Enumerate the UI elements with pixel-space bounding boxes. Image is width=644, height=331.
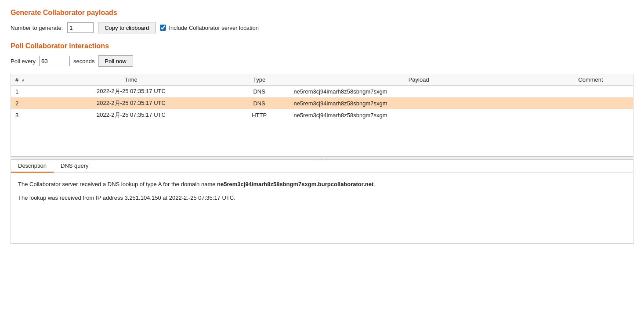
interactions-table: # ∧ Time Type Payload Comment 1 2022-2月-…	[11, 74, 633, 121]
tab-content-description: The Collaborator server received a DNS l…	[11, 173, 633, 243]
col-header-type[interactable]: Type	[229, 74, 289, 86]
tab-description[interactable]: Description	[11, 160, 54, 173]
col-header-payload[interactable]: Payload	[289, 74, 548, 86]
table-row[interactable]: 2 2022-2月-25 07:35:17 UTC DNS ne5rem3cj9…	[11, 97, 633, 109]
description-post: .	[373, 181, 375, 187]
table-row[interactable]: 3 2022-2月-25 07:35:17 UTC HTTP ne5rem3cj…	[11, 109, 633, 121]
table-row[interactable]: 1 2022-2月-25 07:35:17 UTC DNS ne5rem3cj9…	[11, 86, 633, 97]
cell-num: 1	[11, 86, 33, 97]
cell-payload: ne5rem3cj94imarh8z58sbngm7sxgm	[289, 97, 548, 109]
poll-section: Poll Collaborator interactions Poll ever…	[11, 42, 633, 67]
description-line2: The lookup was received from IP address …	[18, 194, 626, 203]
col-header-comment[interactable]: Comment	[548, 74, 633, 86]
generate-section: Generate Collaborator payloads Number to…	[11, 9, 633, 33]
poll-now-button[interactable]: Poll now	[98, 55, 133, 67]
cell-payload: ne5rem3cj94imarh8z58sbngm7sxgm	[289, 109, 548, 121]
cell-time: 2022-2月-25 07:35:17 UTC	[33, 97, 229, 109]
cell-num: 3	[11, 109, 33, 121]
include-location-checkbox[interactable]	[160, 25, 166, 31]
include-location-label: Include Collaborator server location	[169, 25, 259, 31]
tab-dns-query[interactable]: DNS query	[54, 160, 96, 173]
description-bold: ne5rem3cj94imarh8z58sbngm7sxgm.burpcolla…	[217, 181, 373, 187]
cell-type: HTTP	[229, 109, 289, 121]
cell-time: 2022-2月-25 07:35:17 UTC	[33, 86, 229, 97]
cell-comment	[548, 86, 633, 97]
number-label: Number to generate:	[11, 25, 63, 31]
interactions-table-wrapper: # ∧ Time Type Payload Comment 1 2022-2月-…	[11, 74, 633, 156]
poll-title: Poll Collaborator interactions	[11, 42, 633, 50]
poll-interval-input[interactable]	[39, 56, 70, 66]
col-header-num[interactable]: # ∧	[11, 74, 33, 86]
col-header-time[interactable]: Time	[33, 74, 229, 86]
cell-payload: ne5rem3cj94imarh8z58sbngm7sxgm	[289, 86, 548, 97]
cell-comment	[548, 109, 633, 121]
bottom-panel: Description DNS query The Collaborator s…	[11, 160, 633, 244]
poll-every-label: Poll every	[11, 58, 36, 65]
description-line1: The Collaborator server received a DNS l…	[18, 180, 626, 189]
poll-seconds-label: seconds	[73, 58, 94, 65]
include-location-row: Include Collaborator server location	[160, 25, 259, 31]
copy-clipboard-button[interactable]: Copy to clipboard	[98, 22, 156, 33]
cell-type: DNS	[229, 86, 289, 97]
cell-type: DNS	[229, 97, 289, 109]
tabs-row: Description DNS query	[11, 160, 633, 173]
table-header-row: # ∧ Time Type Payload Comment	[11, 74, 633, 86]
table-spacer	[11, 121, 633, 156]
cell-comment	[548, 97, 633, 109]
resize-dots-icon: · · ·	[316, 155, 328, 161]
resize-handle[interactable]: · · ·	[11, 156, 633, 160]
sort-asc-icon: ∧	[22, 78, 25, 83]
cell-time: 2022-2月-25 07:35:17 UTC	[33, 109, 229, 121]
description-pre: The Collaborator server received a DNS l…	[18, 181, 217, 187]
generate-title: Generate Collaborator payloads	[11, 9, 633, 17]
cell-num: 2	[11, 97, 33, 109]
number-input[interactable]	[67, 22, 94, 33]
